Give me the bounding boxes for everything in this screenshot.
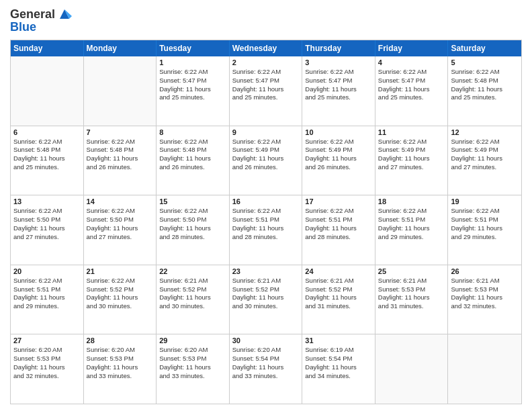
calendar-cell: 24Sunrise: 6:21 AMSunset: 5:52 PMDayligh… (302, 265, 375, 334)
calendar-cell: 6Sunrise: 6:22 AMSunset: 5:48 PMDaylight… (11, 126, 84, 195)
calendar-cell: 5Sunrise: 6:22 AMSunset: 5:48 PMDaylight… (448, 56, 521, 126)
calendar-cell: 28Sunrise: 6:20 AMSunset: 5:53 PMDayligh… (84, 334, 157, 404)
calendar-cell (375, 334, 449, 404)
daylight-minutes-line: and 31 minutes. (305, 302, 372, 311)
sunrise-line: Sunrise: 6:22 AM (87, 277, 154, 285)
sunrise-line: Sunrise: 6:22 AM (232, 138, 300, 146)
daylight-minutes-line: and 29 minutes. (13, 302, 81, 311)
daylight-minutes-line: and 28 minutes. (159, 233, 226, 242)
logo: General Blue (10, 7, 72, 34)
daylight-line: Daylight: 11 hours (159, 293, 226, 302)
daylight-line: Daylight: 11 hours (159, 154, 226, 163)
day-number: 2 (232, 58, 300, 66)
sunset-line: Sunset: 5:50 PM (159, 216, 226, 224)
sunset-line: Sunset: 5:49 PM (378, 146, 445, 154)
sunrise-line: Sunrise: 6:22 AM (378, 138, 445, 146)
daylight-line: Daylight: 11 hours (13, 224, 81, 233)
day-number: 29 (159, 336, 226, 345)
calendar-cell (11, 56, 84, 126)
day-number: 4 (378, 58, 445, 66)
daylight-line: Daylight: 11 hours (13, 154, 81, 163)
calendar-cell: 11Sunrise: 6:22 AMSunset: 5:49 PMDayligh… (375, 126, 449, 195)
calendar-cell: 30Sunrise: 6:20 AMSunset: 5:54 PMDayligh… (230, 334, 303, 404)
calendar-cell: 21Sunrise: 6:22 AMSunset: 5:52 PMDayligh… (84, 265, 157, 334)
calendar-cell: 13Sunrise: 6:22 AMSunset: 5:50 PMDayligh… (11, 195, 84, 265)
weekday-header: Saturday (448, 40, 521, 56)
sunrise-line: Sunrise: 6:22 AM (305, 68, 372, 77)
daylight-minutes-line: and 30 minutes. (87, 302, 154, 311)
day-number: 15 (159, 197, 226, 205)
calendar-week-row: 6Sunrise: 6:22 AMSunset: 5:48 PMDaylight… (11, 126, 521, 196)
weekday-header: Tuesday (157, 40, 230, 56)
daylight-minutes-line: and 32 minutes. (451, 302, 519, 311)
sunrise-line: Sunrise: 6:22 AM (451, 138, 519, 146)
day-number: 16 (232, 197, 300, 205)
sunset-line: Sunset: 5:49 PM (451, 146, 519, 154)
daylight-line: Daylight: 11 hours (87, 363, 154, 372)
sunrise-line: Sunrise: 6:22 AM (451, 68, 519, 77)
sunset-line: Sunset: 5:51 PM (305, 216, 372, 224)
daylight-line: Daylight: 11 hours (159, 363, 226, 372)
day-number: 26 (451, 267, 519, 275)
sunset-line: Sunset: 5:53 PM (159, 355, 226, 363)
daylight-line: Daylight: 11 hours (232, 224, 300, 233)
day-number: 10 (305, 128, 372, 136)
sunset-line: Sunset: 5:52 PM (232, 285, 300, 294)
logo-icon (57, 7, 72, 21)
sunset-line: Sunset: 5:48 PM (451, 77, 519, 85)
sunset-line: Sunset: 5:53 PM (378, 285, 445, 294)
sunset-line: Sunset: 5:53 PM (13, 355, 81, 363)
daylight-line: Daylight: 11 hours (305, 363, 372, 372)
day-number: 14 (87, 197, 154, 205)
daylight-minutes-line: and 25 minutes. (232, 93, 300, 102)
daylight-minutes-line: and 29 minutes. (378, 233, 445, 242)
daylight-line: Daylight: 11 hours (232, 363, 300, 372)
logo-blue-text: Blue (10, 20, 72, 34)
sunrise-line: Sunrise: 6:22 AM (87, 138, 154, 146)
daylight-line: Daylight: 11 hours (451, 293, 519, 302)
calendar-cell: 20Sunrise: 6:22 AMSunset: 5:51 PMDayligh… (11, 265, 84, 334)
daylight-minutes-line: and 30 minutes. (232, 302, 300, 311)
daylight-line: Daylight: 11 hours (378, 293, 445, 302)
page: General Blue SundayMondayTuesdayWednesda… (0, 0, 532, 411)
weekday-header: Wednesday (230, 40, 303, 56)
day-number: 13 (13, 197, 81, 205)
sunrise-line: Sunrise: 6:22 AM (13, 138, 81, 146)
calendar-cell: 27Sunrise: 6:20 AMSunset: 5:53 PMDayligh… (11, 334, 84, 404)
calendar-week-row: 13Sunrise: 6:22 AMSunset: 5:50 PMDayligh… (11, 195, 521, 265)
day-number: 28 (87, 336, 154, 345)
daylight-minutes-line: and 27 minutes. (87, 233, 154, 242)
daylight-line: Daylight: 11 hours (87, 224, 154, 233)
daylight-line: Daylight: 11 hours (378, 154, 445, 163)
sunrise-line: Sunrise: 6:22 AM (232, 68, 300, 77)
day-number: 22 (159, 267, 226, 275)
sunrise-line: Sunrise: 6:22 AM (232, 207, 300, 216)
day-number: 17 (305, 197, 372, 205)
sunrise-line: Sunrise: 6:22 AM (13, 277, 81, 285)
calendar-week-row: 20Sunrise: 6:22 AMSunset: 5:51 PMDayligh… (11, 265, 521, 335)
sunset-line: Sunset: 5:53 PM (87, 355, 154, 363)
calendar-cell: 26Sunrise: 6:21 AMSunset: 5:53 PMDayligh… (448, 265, 521, 334)
day-number: 1 (159, 58, 226, 66)
sunrise-line: Sunrise: 6:22 AM (378, 68, 445, 77)
daylight-minutes-line: and 27 minutes. (378, 163, 445, 172)
daylight-line: Daylight: 11 hours (305, 224, 372, 233)
calendar-cell: 4Sunrise: 6:22 AMSunset: 5:47 PMDaylight… (375, 56, 449, 126)
daylight-line: Daylight: 11 hours (13, 363, 81, 372)
sunset-line: Sunset: 5:47 PM (159, 77, 226, 85)
daylight-minutes-line: and 26 minutes. (232, 163, 300, 172)
sunset-line: Sunset: 5:48 PM (13, 146, 81, 154)
daylight-line: Daylight: 11 hours (305, 154, 372, 163)
day-number: 23 (232, 267, 300, 275)
daylight-minutes-line: and 29 minutes. (451, 233, 519, 242)
sunrise-line: Sunrise: 6:22 AM (378, 207, 445, 216)
calendar-cell: 17Sunrise: 6:22 AMSunset: 5:51 PMDayligh… (302, 195, 375, 265)
calendar-header: SundayMondayTuesdayWednesdayThursdayFrid… (11, 40, 521, 56)
sunrise-line: Sunrise: 6:20 AM (87, 346, 154, 355)
sunrise-line: Sunrise: 6:22 AM (159, 207, 226, 216)
day-number: 11 (378, 128, 445, 136)
sunset-line: Sunset: 5:53 PM (451, 285, 519, 294)
sunset-line: Sunset: 5:47 PM (232, 77, 300, 85)
sunrise-line: Sunrise: 6:20 AM (13, 346, 81, 355)
daylight-minutes-line: and 26 minutes. (87, 163, 154, 172)
